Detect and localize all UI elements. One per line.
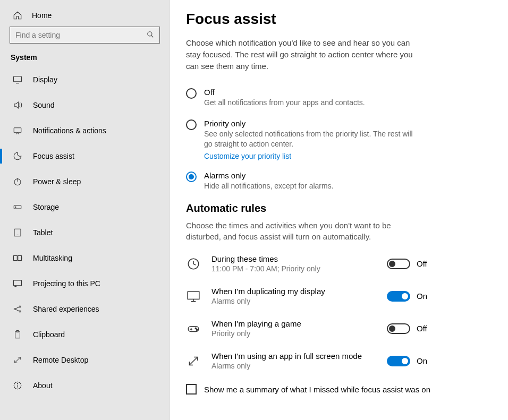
clipboard-icon xyxy=(13,330,22,339)
rule-fullscreen[interactable]: When I'm using an app in full screen mod… xyxy=(186,352,430,370)
svg-line-38 xyxy=(189,357,197,365)
home-icon xyxy=(13,11,22,20)
rule-fullscreen-toggle[interactable] xyxy=(387,356,410,366)
summary-checkbox-label: Show me a summary of what I missed while… xyxy=(204,385,430,394)
sidebar-item-remote-desktop[interactable]: Remote Desktop xyxy=(0,347,170,373)
rule-duplicating[interactable]: When I'm duplicating my display Alarms o… xyxy=(186,287,430,305)
radio-off[interactable]: Off Get all notifications from your apps… xyxy=(186,88,420,108)
search-container xyxy=(0,27,170,51)
radio-priority-sub: See only selected notifications from the… xyxy=(204,129,420,150)
section-label: System xyxy=(0,51,170,67)
sidebar-item-shared-experiences[interactable]: Shared experiences xyxy=(0,296,170,322)
radio-alarms[interactable]: Alarms only Hide all notifications, exce… xyxy=(186,171,420,192)
sidebar-item-multitasking[interactable]: Multitasking xyxy=(0,245,170,271)
sidebar-item-label: Display xyxy=(33,75,57,84)
rules-sub: Choose the times and activities when you… xyxy=(186,220,420,243)
svg-rect-30 xyxy=(188,292,199,299)
sidebar-item-clipboard[interactable]: Clipboard xyxy=(0,322,170,347)
radio-off-title: Off xyxy=(204,88,420,97)
svg-point-37 xyxy=(196,329,197,330)
sidebar-item-about[interactable]: About xyxy=(0,373,170,398)
svg-point-0 xyxy=(148,31,152,36)
shared-icon xyxy=(13,304,22,314)
page-title: Focus assist xyxy=(186,11,487,28)
fullscreen-icon xyxy=(186,354,201,368)
svg-rect-2 xyxy=(14,76,22,82)
svg-rect-4 xyxy=(14,128,21,133)
svg-rect-11 xyxy=(14,256,18,261)
rule-times[interactable]: During these times 11:00 PM - 7:00 AM; P… xyxy=(186,254,430,273)
radio-off-sub: Get all notifications from your apps and… xyxy=(204,98,420,108)
power-icon xyxy=(13,177,22,186)
multitasking-icon xyxy=(13,253,22,263)
sound-icon xyxy=(13,100,22,110)
search-input[interactable] xyxy=(15,31,147,39)
notifications-icon xyxy=(13,126,22,135)
rule-times-title: During these times xyxy=(211,254,376,263)
customize-priority-link[interactable]: Customize your priority list xyxy=(204,152,291,160)
svg-line-19 xyxy=(15,307,19,308)
svg-point-8 xyxy=(15,207,16,208)
rule-game-title: When I'm playing a game xyxy=(211,319,376,328)
home-button[interactable]: Home xyxy=(0,6,170,27)
page-description: Choose which notification you'd like to … xyxy=(186,37,420,72)
monitor-icon xyxy=(186,289,201,304)
projecting-icon xyxy=(13,279,22,288)
svg-point-26 xyxy=(17,383,18,384)
display-icon xyxy=(13,75,22,84)
rule-duplicating-sub: Alarms only xyxy=(211,297,376,305)
storage-icon xyxy=(13,202,22,212)
sidebar-item-storage[interactable]: Storage xyxy=(0,194,170,220)
sidebar-item-label: Tablet xyxy=(33,228,53,237)
rule-fullscreen-title: When I'm using an app in full screen mod… xyxy=(211,352,376,361)
remote-desktop-icon xyxy=(13,355,22,365)
sidebar-item-label: Remote Desktop xyxy=(33,356,88,364)
summary-checkbox[interactable] xyxy=(186,384,197,395)
sidebar-item-label: Clipboard xyxy=(33,330,65,339)
sidebar-item-notifications[interactable]: Notifications & actions xyxy=(0,118,170,143)
rule-game-sub: Priority only xyxy=(211,329,376,338)
sidebar: Home System Display Sound Notifica xyxy=(0,0,170,420)
search-icon xyxy=(147,31,154,40)
rule-duplicating-state: On xyxy=(417,292,430,301)
radio-alarms-indicator xyxy=(186,172,197,182)
tablet-icon xyxy=(13,228,22,237)
rule-game-toggle[interactable] xyxy=(387,323,410,334)
svg-rect-15 xyxy=(14,280,22,286)
sidebar-item-display[interactable]: Display xyxy=(0,67,170,92)
sidebar-item-label: Storage xyxy=(33,203,59,211)
sidebar-item-label: Multitasking xyxy=(33,254,72,262)
search-input-wrap[interactable] xyxy=(10,27,160,44)
radio-priority[interactable]: Priority only See only selected notifica… xyxy=(186,119,420,160)
rule-duplicating-title: When I'm duplicating my display xyxy=(211,287,376,296)
radio-off-indicator xyxy=(186,88,197,99)
rule-game[interactable]: When I'm playing a game Priority only Of… xyxy=(186,319,430,338)
rule-times-sub: 11:00 PM - 7:00 AM; Priority only xyxy=(211,264,376,273)
svg-line-20 xyxy=(15,310,19,311)
radio-priority-indicator xyxy=(186,119,197,130)
sidebar-item-power-sleep[interactable]: Power & sleep xyxy=(0,169,170,194)
rule-times-toggle[interactable] xyxy=(387,259,410,269)
gamepad-icon xyxy=(186,321,201,336)
home-label: Home xyxy=(32,11,52,20)
svg-point-36 xyxy=(195,328,196,329)
content-area: Focus assist Choose which notification y… xyxy=(170,0,508,420)
rule-fullscreen-sub: Alarms only xyxy=(211,362,376,370)
sidebar-item-sound[interactable]: Sound xyxy=(0,92,170,118)
rule-fullscreen-state: On xyxy=(417,356,430,365)
sidebar-item-tablet[interactable]: Tablet xyxy=(0,220,170,245)
svg-line-1 xyxy=(151,35,154,37)
radio-alarms-sub: Hide all notifications, except for alarm… xyxy=(204,181,420,192)
clock-icon xyxy=(186,256,201,271)
rule-duplicating-toggle[interactable] xyxy=(387,291,410,302)
sidebar-item-label: Notifications & actions xyxy=(33,126,106,135)
sidebar-item-label: Projecting to this PC xyxy=(33,279,100,288)
summary-checkbox-row[interactable]: Show me a summary of what I missed while… xyxy=(186,384,487,395)
focus-assist-icon xyxy=(13,151,22,161)
sidebar-item-label: Focus assist xyxy=(33,152,74,160)
rule-game-state: Off xyxy=(417,324,430,333)
sidebar-item-focus-assist[interactable]: Focus assist xyxy=(0,143,170,169)
svg-point-18 xyxy=(19,311,21,312)
nav-list: Display Sound Notifications & actions Fo… xyxy=(0,67,170,420)
sidebar-item-projecting[interactable]: Projecting to this PC xyxy=(0,271,170,296)
